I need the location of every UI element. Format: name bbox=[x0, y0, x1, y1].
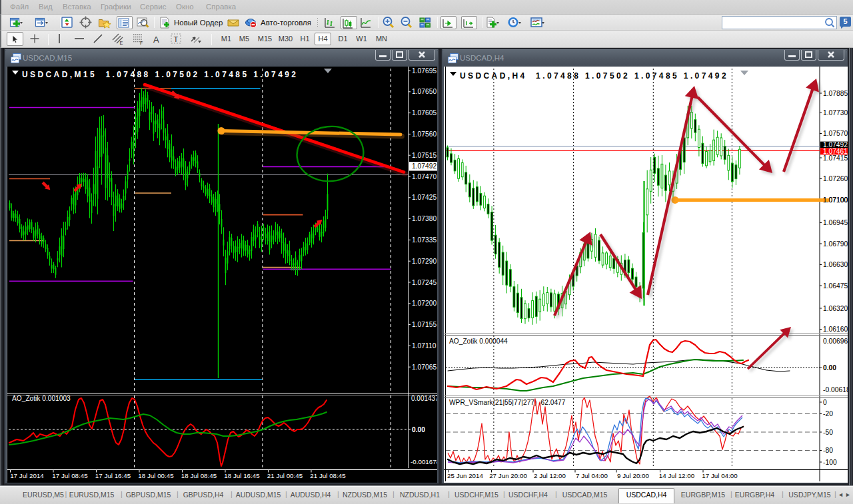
svg-text:USDCAD,H4 1.07488 1.07502 1.0: USDCAD,H4 1.07488 1.07502 1.07485 1.0749… bbox=[460, 71, 728, 81]
svg-text:-20: -20 bbox=[823, 410, 833, 417]
svg-text:-50: -50 bbox=[823, 429, 833, 436]
svg-text:1.07065: 1.07065 bbox=[412, 364, 436, 371]
svg-text:-100: -100 bbox=[823, 459, 837, 466]
svg-text:1.06320: 1.06320 bbox=[823, 305, 848, 312]
svg-text:1.07155: 1.07155 bbox=[412, 321, 436, 328]
svg-text:AO_Zotik 0.000044: AO_Zotik 0.000044 bbox=[449, 338, 508, 345]
svg-text:1.07100: 1.07100 bbox=[823, 196, 848, 204]
svg-text:F: F bbox=[140, 40, 143, 46]
svg-text:17 Jul 16:45: 17 Jul 16:45 bbox=[95, 472, 131, 479]
svg-text:2 Jul 12:00: 2 Jul 12:00 bbox=[534, 472, 566, 479]
svg-text:1.07245: 1.07245 bbox=[412, 279, 436, 286]
svg-text:AO_Zotik 0.001003: AO_Zotik 0.001003 bbox=[12, 395, 71, 402]
svg-text:17 Jul 2014: 17 Jul 2014 bbox=[10, 472, 44, 479]
svg-text:1.07570: 1.07570 bbox=[823, 130, 848, 137]
svg-text:1.07290: 1.07290 bbox=[412, 258, 436, 265]
svg-text:0.001437: 0.001437 bbox=[411, 395, 437, 402]
svg-text:USDCAD,M15 1.07488 1.07502 1.: USDCAD,M15 1.07488 1.07502 1.07485 1.074… bbox=[22, 70, 298, 79]
svg-text:0.00: 0.00 bbox=[823, 364, 836, 372]
svg-text:21 Jul 00:45: 21 Jul 00:45 bbox=[267, 472, 303, 479]
svg-text:1.07515: 1.07515 bbox=[412, 152, 436, 159]
svg-text:17 Jul 04:00: 17 Jul 04:00 bbox=[702, 472, 738, 479]
svg-text:1.07650: 1.07650 bbox=[412, 88, 436, 95]
svg-text:1.06790: 1.06790 bbox=[823, 240, 848, 248]
svg-text:21 Jul 08:45: 21 Jul 08:45 bbox=[310, 472, 346, 479]
svg-text:1.07335: 1.07335 bbox=[412, 236, 436, 244]
svg-text:-80: -80 bbox=[823, 447, 833, 454]
svg-text:18 Jul 00:45: 18 Jul 00:45 bbox=[138, 472, 174, 479]
svg-text:1.06945: 1.06945 bbox=[823, 219, 848, 226]
svg-text:7 Jul 04:00: 7 Jul 04:00 bbox=[576, 472, 608, 479]
svg-text:1.07260: 1.07260 bbox=[823, 175, 848, 182]
svg-text:1.07605: 1.07605 bbox=[412, 109, 436, 117]
svg-text:1.06160: 1.06160 bbox=[823, 326, 848, 333]
svg-text:0.006962: 0.006962 bbox=[823, 338, 848, 345]
svg-text:18 Jul 08:45: 18 Jul 08:45 bbox=[181, 472, 217, 479]
svg-text:1.07730: 1.07730 bbox=[823, 109, 848, 117]
svg-text:1.07492: 1.07492 bbox=[412, 162, 436, 170]
svg-text:0: 0 bbox=[823, 399, 827, 406]
svg-text:0.00: 0.00 bbox=[412, 426, 425, 433]
svg-text:1.07415: 1.07415 bbox=[823, 154, 848, 162]
svg-text:-0.006189: -0.006189 bbox=[823, 386, 848, 393]
svg-text:1.07425: 1.07425 bbox=[412, 194, 436, 201]
svg-text:1.07470: 1.07470 bbox=[412, 173, 436, 180]
svg-text:27 Jun 20:00: 27 Jun 20:00 bbox=[489, 472, 527, 479]
svg-text:1.07695: 1.07695 bbox=[412, 67, 436, 75]
svg-text:-0.001678: -0.001678 bbox=[411, 458, 437, 465]
svg-text:1.07461: 1.07461 bbox=[823, 148, 848, 155]
svg-text:14 Jul 12:00: 14 Jul 12:00 bbox=[659, 472, 695, 479]
svg-text:18 Jul 16:45: 18 Jul 16:45 bbox=[224, 472, 260, 479]
svg-text:1.07110: 1.07110 bbox=[412, 342, 436, 350]
svg-text:T: T bbox=[174, 35, 179, 43]
svg-text:9 Jul 20:00: 9 Jul 20:00 bbox=[617, 472, 649, 479]
svg-text:1.06630: 1.06630 bbox=[823, 261, 848, 268]
svg-text:25 Jun 2014: 25 Jun 2014 bbox=[447, 472, 483, 479]
svg-text:1.06475: 1.06475 bbox=[823, 282, 848, 290]
svg-text:1.07380: 1.07380 bbox=[412, 215, 436, 222]
svg-text:1.07200: 1.07200 bbox=[412, 300, 436, 307]
svg-text:17 Jul 08:45: 17 Jul 08:45 bbox=[52, 472, 88, 479]
svg-text:1.07560: 1.07560 bbox=[412, 130, 436, 138]
svg-text:1.07885: 1.07885 bbox=[823, 90, 848, 97]
svg-text:WPR_VSmark(21|55|77|277) -62.0: WPR_VSmark(21|55|77|277) -62.0477 bbox=[449, 399, 566, 406]
svg-text:E: E bbox=[120, 40, 123, 46]
